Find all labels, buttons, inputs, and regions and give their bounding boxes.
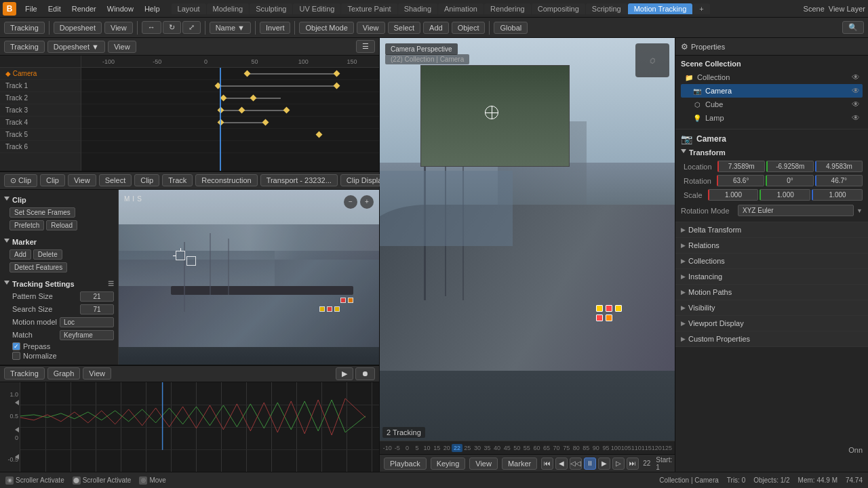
motion-model-value[interactable]: Loc [60, 317, 114, 327]
graph-record-btn[interactable]: ⏺ [355, 367, 375, 380]
cube-eye-icon[interactable]: 👁 [852, 100, 860, 109]
graph-graph-btn[interactable]: Graph [47, 367, 81, 380]
tracking-btn[interactable]: Tracking [4, 22, 45, 34]
global-btn[interactable]: Global [494, 22, 528, 34]
custom-properties-header[interactable]: ▶ Custom Properties [675, 331, 868, 346]
scale-tool[interactable]: ⤢ [182, 21, 201, 34]
delete-marker-btn[interactable]: Delete [33, 249, 62, 260]
clip-viewport[interactable]: M I S − + [119, 190, 379, 365]
tab-layout[interactable]: Layout [172, 3, 206, 14]
menu-window[interactable]: Window [102, 3, 138, 14]
pb-play-reverse-btn[interactable]: ◁◁ [570, 458, 582, 470]
tab-motion-tracking[interactable]: Motion Tracking [628, 3, 693, 14]
ds-tracking-btn[interactable]: Tracking [4, 41, 45, 53]
rot-x[interactable]: 63.6° [717, 175, 764, 186]
rotation-mode-value[interactable]: XYZ Euler [738, 205, 854, 216]
search-btn[interactable]: 🔍 [842, 21, 864, 34]
detect-features-btn[interactable]: Detect Features [9, 262, 67, 272]
tab-add[interactable]: + [693, 3, 709, 14]
clip-zoom-out-btn[interactable]: − [344, 195, 357, 209]
collections-header[interactable]: ▶ Collections [675, 253, 868, 268]
graph-tracking-btn[interactable]: Tracking [4, 367, 45, 380]
prefetch-btn[interactable]: Prefetch [9, 220, 44, 230]
ds-view-btn[interactable]: View [108, 41, 136, 53]
rotate-tool[interactable]: ↻ [163, 21, 181, 34]
menu-help[interactable]: Help [140, 3, 165, 14]
instancing-header[interactable]: ▶ Instancing [675, 269, 868, 284]
ce-clip2-btn[interactable]: Clip [134, 174, 159, 186]
playback-btn[interactable]: Playback [384, 458, 427, 470]
sc-lamp-item[interactable]: 💡 Lamp 👁 [681, 111, 863, 125]
lamp-eye-icon[interactable]: 👁 [852, 113, 860, 123]
tab-sculpting[interactable]: Sculpting [250, 3, 292, 14]
reload-btn[interactable]: Reload [46, 220, 77, 230]
relations-header[interactable]: ▶ Relations [675, 238, 868, 253]
pb-step-back-btn[interactable]: ◀ [555, 458, 568, 470]
prepass-checkbox[interactable]: ✓ [12, 342, 20, 350]
tab-compositing[interactable]: Compositing [532, 3, 585, 14]
tab-texture[interactable]: Texture Paint [341, 3, 397, 14]
graph-view-btn[interactable]: View [83, 367, 111, 380]
move-tool[interactable]: ↔ [142, 21, 161, 34]
sc-collection-item[interactable]: 📁 Collection 👁 [681, 70, 863, 84]
normalize-checkbox[interactable] [12, 352, 20, 360]
camera-eye-icon[interactable]: 👁 [852, 86, 860, 96]
pb-jump-start-btn[interactable]: ⏮ [541, 458, 553, 470]
set-scene-frames-btn[interactable]: Set Scene Frames [9, 207, 75, 218]
ce-tracking-btn[interactable]: ⊙ Clip [4, 174, 37, 187]
keying-btn[interactable]: Keying [431, 458, 466, 470]
tab-shading[interactable]: Shading [398, 3, 437, 14]
sc-camera-item[interactable]: 📷 Camera 👁 [681, 84, 863, 98]
menu-render[interactable]: Render [67, 3, 101, 14]
ce-clip-btn[interactable]: Clip [40, 174, 65, 186]
tab-uv[interactable]: UV Editing [293, 3, 340, 14]
collection-eye-icon[interactable]: 👁 [852, 73, 860, 82]
name-btn[interactable]: Name ▼ [210, 22, 251, 34]
pb-marker-btn[interactable]: Marker [502, 458, 537, 470]
object-mode-btn[interactable]: Object Mode [299, 22, 353, 34]
search-size-value[interactable]: 71 [80, 304, 114, 314]
ds-dopesheet-btn[interactable]: Dopesheet ▼ [47, 41, 105, 53]
ce-view-btn[interactable]: View [68, 174, 96, 186]
visibility-header[interactable]: ▶ Visibility [675, 300, 868, 315]
menu-edit[interactable]: Edit [43, 3, 66, 14]
ce-track-btn[interactable]: Track [162, 174, 193, 186]
rot-z[interactable]: 46.7° [815, 175, 863, 186]
sc-cube-item[interactable]: ⬡ Cube 👁 [681, 98, 863, 111]
add-marker-btn[interactable]: Add [9, 249, 31, 260]
pb-play-btn[interactable]: ▶ [598, 458, 610, 470]
tracking-settings-icon[interactable]: ☰ [108, 280, 114, 287]
scale-y[interactable]: 1.000 [760, 189, 810, 201]
object-btn[interactable]: Object [452, 22, 486, 34]
add-btn[interactable]: Add [423, 22, 449, 34]
viewport-display-header[interactable]: ▶ Viewport Display [675, 316, 868, 331]
dopesheet-btn[interactable]: Dopesheet [54, 22, 102, 34]
tab-rendering[interactable]: Rendering [484, 3, 531, 14]
clip-zoom-in-btn[interactable]: + [360, 195, 374, 209]
view-btn[interactable]: View [104, 22, 133, 34]
tab-modeling[interactable]: Modeling [207, 3, 250, 14]
tab-scripting[interactable]: Scripting [586, 3, 627, 14]
pattern-size-value[interactable]: 21 [80, 291, 114, 302]
view2-btn[interactable]: View [357, 22, 385, 34]
invert-btn[interactable]: Invert [260, 22, 291, 34]
pb-jump-end-btn[interactable]: ⏭ [627, 458, 639, 470]
menu-file[interactable]: File [20, 3, 42, 14]
rot-y[interactable]: 0° [766, 175, 813, 186]
loc-y[interactable]: -6.9258m [766, 161, 814, 172]
scale-x[interactable]: 1.000 [708, 189, 759, 201]
select-btn[interactable]: Select [388, 22, 421, 34]
motion-paths-header[interactable]: ▶ Motion Paths [675, 285, 868, 300]
loc-z[interactable]: 4.9583m [815, 161, 863, 172]
pb-view-btn[interactable]: View [469, 458, 498, 470]
nav-cube[interactable]: ⬡ [635, 43, 669, 77]
ce-select-btn[interactable]: Select [99, 174, 132, 186]
delta-transform-header[interactable]: ▶ Delta Transform [675, 222, 868, 237]
ce-transport-btn[interactable]: Transport - 23232... [260, 174, 338, 186]
pb-stop-btn[interactable]: ⏸ [584, 458, 596, 470]
graph-play-btn[interactable]: ▶ [336, 367, 353, 380]
ds-filter-btn[interactable]: ☰ [356, 40, 375, 53]
pb-step-fwd-btn[interactable]: ▷ [612, 458, 625, 470]
loc-x[interactable]: 7.3589m [717, 161, 765, 172]
tab-animation[interactable]: Animation [438, 3, 484, 14]
